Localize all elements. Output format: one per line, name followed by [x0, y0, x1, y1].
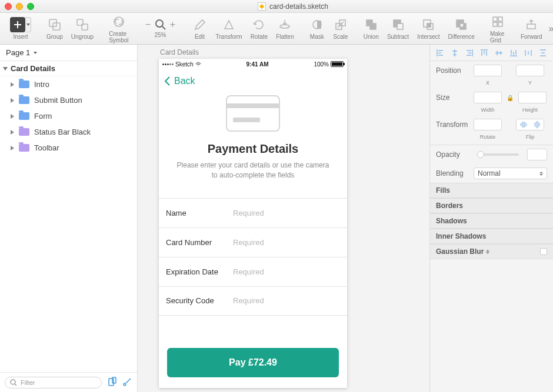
back-button[interactable]: Back — [159, 69, 347, 93]
minimize-window-button[interactable] — [16, 3, 23, 10]
difference-button[interactable]: Difference — [444, 17, 479, 40]
artboard[interactable]: Sketch 9:41 AM 100% Back Payment Details… — [159, 59, 347, 388]
battery-pct: 100% — [314, 61, 329, 68]
flip-h-icon[interactable] — [517, 119, 530, 130]
zoom-control[interactable]: − + 25% — [140, 19, 181, 38]
distribute-h-button[interactable] — [521, 49, 536, 57]
slice-icon[interactable] — [123, 377, 132, 388]
svg-point-20 — [11, 380, 15, 384]
opacity-input[interactable] — [527, 149, 547, 160]
field-placeholder: Required — [233, 209, 264, 217]
toolbar-overflow-button[interactable]: » — [547, 24, 553, 34]
flip-v-icon[interactable] — [530, 119, 544, 130]
transform-button[interactable]: Transform — [212, 17, 246, 40]
width-input[interactable] — [474, 92, 502, 103]
edit-button[interactable]: Edit — [188, 17, 212, 40]
borders-section[interactable]: Borders — [430, 198, 553, 213]
artboard-label[interactable]: Card Details — [160, 48, 199, 56]
insert-button[interactable]: Insert — [6, 17, 35, 40]
lock-aspect-icon[interactable]: 🔒 — [507, 95, 514, 101]
layers-panel: Page 1 Card Details IntroSubmit ButtonFo… — [0, 45, 138, 392]
insert-dropdown[interactable] — [25, 17, 31, 32]
transform-row: Transform — [430, 115, 553, 134]
flatten-button[interactable]: Flatten — [272, 17, 298, 40]
create-symbol-button[interactable]: Create Symbol — [105, 14, 132, 43]
blending-select[interactable]: Normal — [474, 167, 547, 179]
form-field[interactable]: Card NumberRequired — [159, 227, 347, 257]
folder-icon — [19, 112, 29, 120]
zoom-out-button[interactable]: − — [144, 19, 152, 30]
disclosure-triangle-icon[interactable] — [11, 114, 14, 119]
distribute-v-button[interactable] — [536, 49, 551, 57]
back-label: Back — [174, 76, 195, 86]
svg-rect-8 — [317, 21, 321, 29]
intersect-button[interactable]: Intersect — [413, 17, 444, 40]
align-row — [430, 45, 553, 61]
ungroup-icon — [75, 17, 90, 32]
pages-selector[interactable]: Page 1 — [0, 45, 137, 61]
form-field[interactable]: Expiration DateRequired — [159, 257, 347, 286]
pay-button[interactable]: Pay £72.49 — [167, 348, 339, 377]
union-icon — [364, 17, 379, 32]
zoom-in-button[interactable]: + — [169, 19, 177, 30]
mirror-icon[interactable] — [108, 377, 117, 388]
svg-rect-18 — [498, 22, 502, 26]
align-top-button[interactable] — [477, 49, 491, 57]
svg-rect-15 — [493, 17, 497, 21]
forward-button[interactable]: Forward — [517, 17, 547, 40]
position-y-input[interactable] — [516, 65, 544, 76]
subtract-button[interactable]: Subtract — [383, 17, 413, 40]
field-label: Name — [166, 209, 227, 217]
align-center-v-button[interactable] — [492, 49, 507, 57]
disclosure-triangle-icon[interactable] — [11, 130, 14, 135]
flip-buttons[interactable] — [516, 119, 544, 130]
position-row: Position — [430, 61, 553, 80]
zoom-window-button[interactable] — [27, 3, 34, 10]
disclosure-triangle-icon[interactable] — [11, 146, 14, 150]
layer-name: Intro — [34, 80, 49, 89]
svg-rect-17 — [493, 22, 497, 26]
layer-row[interactable]: Submit Button — [0, 92, 137, 108]
fills-section[interactable]: Fills — [430, 183, 553, 198]
rotate-button[interactable]: Rotate — [246, 17, 272, 40]
height-input[interactable] — [518, 92, 547, 103]
layer-row[interactable]: Status Bar Black — [0, 124, 137, 140]
field-label: Expiration Date — [166, 267, 227, 276]
ungroup-button[interactable]: Ungroup — [67, 17, 98, 40]
filter-input[interactable]: Filter — [5, 377, 102, 388]
rotate-input[interactable] — [474, 119, 502, 130]
layer-row[interactable]: Form — [0, 108, 137, 124]
scale-button[interactable]: Scale — [329, 17, 352, 40]
disclosure-triangle-icon[interactable] — [3, 67, 8, 71]
page-name: Page 1 — [6, 48, 30, 57]
align-left-button[interactable] — [432, 49, 447, 57]
form-field[interactable]: Security CodeRequired — [159, 286, 347, 316]
shadows-section[interactable]: Shadows — [430, 213, 553, 229]
align-bottom-button[interactable] — [507, 49, 521, 57]
canvas[interactable]: Card Details Sketch 9:41 AM 100% Back Pa — [138, 45, 429, 392]
align-center-h-button[interactable] — [447, 49, 462, 57]
disclosure-triangle-icon[interactable] — [11, 82, 14, 87]
inner-shadows-section[interactable]: Inner Shadows — [430, 229, 553, 244]
gaussian-blur-section[interactable]: Gaussian Blur — [430, 244, 553, 259]
opacity-slider[interactable] — [477, 153, 519, 156]
disclosure-triangle-icon[interactable] — [11, 98, 14, 103]
layer-name: Submit Button — [34, 96, 82, 105]
mask-button[interactable]: Mask — [305, 17, 329, 40]
folder-icon — [19, 96, 29, 104]
make-grid-button[interactable]: Make Grid — [486, 14, 509, 43]
layer-row[interactable]: Intro — [0, 76, 137, 92]
align-right-button[interactable] — [462, 49, 477, 57]
union-button[interactable]: Union — [359, 17, 383, 40]
artboard-name: Card Details — [11, 64, 55, 73]
layer-row[interactable]: Toolbar — [0, 140, 137, 156]
field-placeholder: Required — [233, 267, 264, 276]
artboard-layer-row[interactable]: Card Details — [0, 61, 137, 76]
form-field[interactable]: NameRequired — [159, 198, 347, 227]
position-x-input[interactable] — [474, 65, 502, 76]
close-window-button[interactable] — [5, 3, 12, 10]
pencil-icon — [192, 17, 208, 32]
signal-icon — [162, 63, 174, 65]
gaussian-checkbox[interactable] — [540, 248, 547, 255]
group-button[interactable]: Group — [42, 17, 67, 40]
